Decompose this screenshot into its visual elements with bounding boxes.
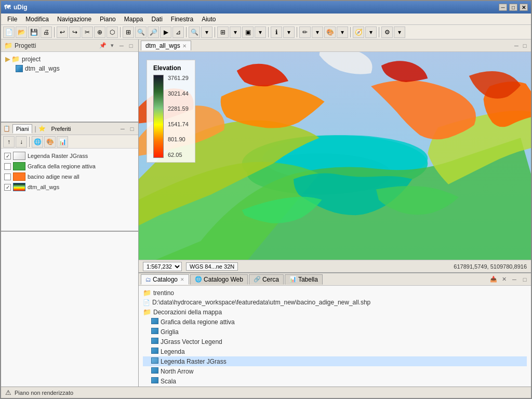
catalog-item-9[interactable]: Scala bbox=[143, 376, 527, 386]
layer-row-3[interactable]: dtm_all_wgs bbox=[3, 182, 136, 192]
crs-badge[interactable]: WGS 84...ne 32N bbox=[186, 262, 238, 271]
layer-thumb-2 bbox=[13, 172, 25, 181]
catalog-item-4[interactable]: Griglia bbox=[143, 327, 527, 337]
catalog-item-7-icon bbox=[151, 357, 158, 365]
bottom-maximize-icon[interactable]: □ bbox=[521, 275, 529, 284]
map-area: dtm_all_wgs ✕ ─ □ bbox=[139, 39, 531, 272]
projects-pin-icon[interactable]: 📌 bbox=[99, 42, 107, 50]
layers-minimize-icon[interactable]: ─ bbox=[118, 125, 127, 133]
tab-search[interactable]: 🔗 Cerca bbox=[249, 274, 284, 285]
extra-button[interactable]: ⚙ bbox=[381, 26, 393, 38]
projects-menu-icon[interactable]: ▾ bbox=[108, 42, 116, 50]
edit-button[interactable]: ✏ bbox=[299, 26, 311, 38]
catalog-item-3[interactable]: Grafica della regione attiva bbox=[143, 317, 527, 327]
open-button[interactable]: 📂 bbox=[16, 26, 27, 38]
tab-favorites[interactable]: Preferiti bbox=[48, 124, 75, 134]
map-maximize-icon[interactable]: □ bbox=[521, 42, 529, 50]
catalog-item-2[interactable]: 📁 Decorazioni della mappa bbox=[143, 307, 527, 317]
menu-dati[interactable]: Dati bbox=[147, 15, 166, 24]
map-tab-close-icon[interactable]: ✕ bbox=[182, 43, 187, 49]
zoom-box-button[interactable]: ⊞ bbox=[123, 26, 134, 38]
edit-dropdown[interactable]: ▾ bbox=[312, 26, 323, 38]
grid-dropdown[interactable]: ▾ bbox=[230, 26, 241, 38]
catalog-item-0[interactable]: 📁 trentino bbox=[143, 288, 527, 298]
layer-crs-button[interactable]: 🌐 bbox=[32, 136, 43, 148]
extra-dropdown[interactable]: ▾ bbox=[394, 26, 405, 38]
layer-checkbox-2[interactable] bbox=[4, 174, 11, 180]
close-button[interactable]: ✕ bbox=[520, 4, 528, 11]
catalog-item-7[interactable]: Legenda Raster JGrass bbox=[143, 356, 527, 366]
scale-select[interactable]: 1:567,232 bbox=[143, 262, 182, 271]
project-folder-icon: 📁 bbox=[11, 55, 20, 63]
projects-maximize-icon[interactable]: □ bbox=[127, 42, 135, 50]
color-dropdown[interactable]: ▾ bbox=[337, 26, 348, 38]
toolbar-sep-8 bbox=[379, 27, 379, 37]
bottom-panel: 🗂 Catalogo ✕ 🌐 Catalogo Web 🔗 Cerca 📊 bbox=[139, 272, 531, 387]
catalog-item-1[interactable]: 📄 D:\data\hydrocare_workspace\featuredat… bbox=[143, 298, 527, 307]
map-tab-label: dtm_all_wgs bbox=[145, 42, 180, 49]
pan-button[interactable]: ▶ bbox=[160, 26, 171, 38]
layer-down-button[interactable]: ↓ bbox=[16, 136, 27, 148]
new-button[interactable]: 📄 bbox=[3, 26, 15, 38]
search-dropdown[interactable]: ▾ bbox=[201, 26, 212, 38]
catalog-tab-close[interactable]: ✕ bbox=[180, 277, 184, 282]
cut-button[interactable]: ✂ bbox=[82, 26, 93, 38]
zoom-in-button[interactable]: 🔍 bbox=[135, 26, 147, 38]
map-viewport[interactable]: Elevation 3761.29 3021.44 2281.59 1541.7… bbox=[139, 52, 531, 260]
tree-item-dtm[interactable]: dtm_all_wgs bbox=[5, 64, 134, 73]
pointer-button[interactable]: ⊕ bbox=[94, 26, 105, 38]
layers-maximize-icon[interactable]: □ bbox=[128, 125, 136, 133]
navigate-dropdown[interactable]: ▾ bbox=[365, 26, 377, 38]
layer-style-button[interactable]: 🎨 bbox=[44, 136, 56, 148]
layer-up-button[interactable]: ↑ bbox=[3, 136, 15, 148]
select-button[interactable]: ⬡ bbox=[107, 26, 118, 38]
catalog-item-8[interactable]: North Arrow bbox=[143, 366, 527, 376]
map-tab-dtm[interactable]: dtm_all_wgs ✕ bbox=[141, 41, 191, 50]
grid-button[interactable]: ⊞ bbox=[217, 26, 229, 38]
layer-row-1[interactable]: Grafica della regione attiva bbox=[3, 161, 136, 171]
tab-catalog-web[interactable]: 🌐 Catalogo Web bbox=[190, 274, 248, 285]
menu-modifica[interactable]: Modifica bbox=[21, 15, 53, 24]
bottom-close-icon[interactable]: ✕ bbox=[500, 275, 508, 284]
view-button[interactable]: ▣ bbox=[242, 26, 254, 38]
extent-button[interactable]: ⊿ bbox=[172, 26, 184, 38]
tree-item-project[interactable]: ▶ 📁 project bbox=[5, 54, 134, 64]
tab-layers[interactable]: Piani bbox=[12, 124, 32, 134]
catalog-item-6[interactable]: Legenda bbox=[143, 347, 527, 356]
catalog-item-2-icon: 📁 bbox=[143, 308, 151, 316]
print-button[interactable]: 🖨 bbox=[41, 26, 52, 38]
bottom-minimize-icon[interactable]: ─ bbox=[510, 275, 518, 284]
layer-checkbox-0[interactable] bbox=[4, 153, 11, 159]
layers-panel: 📋 Piani | ⭐ Preferiti ─ □ ↑ ↓ 🌐 🎨 bbox=[1, 123, 138, 232]
layer-table-button[interactable]: 📊 bbox=[57, 136, 68, 148]
menu-aiuto[interactable]: Aiuto bbox=[197, 15, 220, 24]
tab-catalog[interactable]: 🗂 Catalogo ✕ bbox=[141, 274, 189, 285]
toolbar-sep-7 bbox=[350, 27, 351, 37]
layer-checkbox-3[interactable] bbox=[4, 184, 11, 191]
maximize-button[interactable]: □ bbox=[509, 4, 517, 11]
view-dropdown[interactable]: ▾ bbox=[255, 26, 266, 38]
search-button[interactable]: 🔍 bbox=[189, 26, 200, 38]
menu-finestra[interactable]: Finestra bbox=[167, 15, 197, 24]
projects-minimize-icon[interactable]: ─ bbox=[117, 42, 126, 50]
save-button[interactable]: 💾 bbox=[28, 26, 39, 38]
bottom-import-icon[interactable]: 📥 bbox=[489, 275, 498, 284]
info-button[interactable]: ℹ bbox=[271, 26, 282, 38]
menu-file[interactable]: File bbox=[3, 15, 21, 24]
undo-button[interactable]: ↩ bbox=[57, 26, 68, 38]
layer-row-0[interactable]: Legenda Raster JGrass bbox=[3, 151, 136, 161]
menu-mappa[interactable]: Mappa bbox=[120, 15, 148, 24]
info-dropdown[interactable]: ▾ bbox=[283, 26, 295, 38]
menu-navigazione[interactable]: Navigazione bbox=[53, 15, 96, 24]
zoom-out-button[interactable]: 🔎 bbox=[148, 26, 159, 38]
minimize-button[interactable]: ─ bbox=[499, 4, 507, 11]
layer-checkbox-1[interactable] bbox=[4, 163, 11, 170]
menu-piano[interactable]: Piano bbox=[96, 15, 120, 24]
redo-button[interactable]: ↪ bbox=[69, 26, 81, 38]
map-minimize-icon[interactable]: ─ bbox=[512, 42, 521, 50]
tab-table[interactable]: 📊 Tabella bbox=[285, 274, 323, 285]
navigate-button[interactable]: 🧭 bbox=[353, 26, 364, 38]
catalog-item-5[interactable]: JGrass Vector Legend bbox=[143, 337, 527, 347]
layer-row-2[interactable]: bacino adige new all bbox=[3, 171, 136, 182]
color-button[interactable]: 🎨 bbox=[324, 26, 336, 38]
